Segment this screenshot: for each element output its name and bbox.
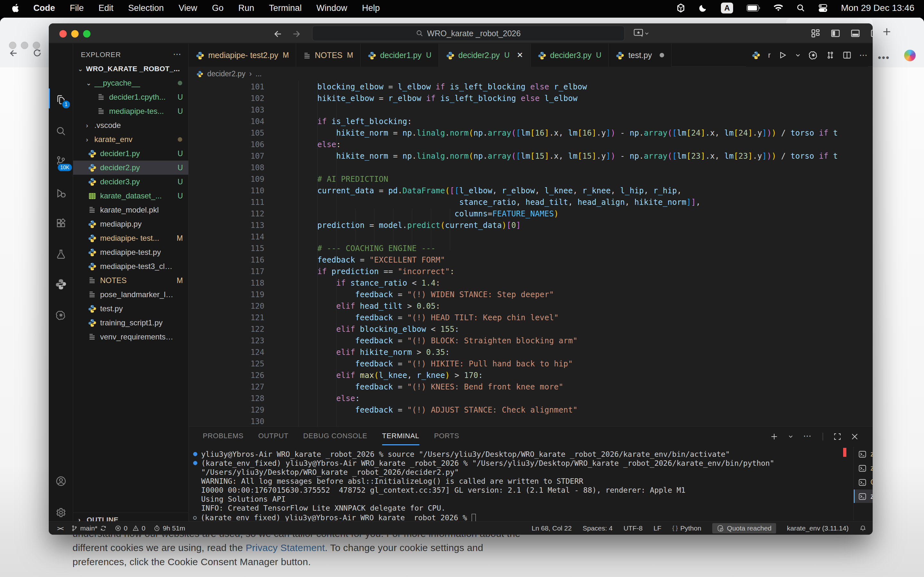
menu-file[interactable]: File: [70, 3, 84, 13]
app-gem-icon[interactable]: [677, 3, 685, 13]
file-decider1-py[interactable]: decider1.pyU: [73, 147, 189, 161]
menu-code[interactable]: Code: [33, 3, 55, 13]
menu-view[interactable]: View: [179, 3, 197, 13]
maximize-panel-icon[interactable]: [834, 431, 841, 441]
openai-logo-icon[interactable]: [809, 50, 818, 60]
git-branch-item[interactable]: main*: [71, 524, 107, 532]
toggle-secondary-sidebar-icon[interactable]: [871, 29, 873, 38]
explorer-view-icon[interactable]: 1: [49, 89, 73, 111]
tab-test.py[interactable]: test.py: [609, 44, 672, 67]
folder-karate-env[interactable]: ›karate_env: [73, 132, 189, 147]
code-editor[interactable]: 101 blocking_elbow = l_elbow if is_left_…: [189, 81, 838, 450]
breadcrumb-more[interactable]: ...: [256, 69, 262, 78]
panel-tab-debug-console[interactable]: DEBUG CONSOLE: [303, 427, 367, 445]
panel-more-icon[interactable]: ⋯: [803, 431, 812, 441]
menu-window[interactable]: Window: [317, 3, 347, 13]
copilot-quota-item[interactable]: Quota reached: [712, 523, 776, 533]
breadcrumb-file[interactable]: decider2.py: [207, 69, 246, 78]
toggle-panel-icon[interactable]: [851, 29, 860, 38]
tab-decider3.py[interactable]: decider3.pyU: [531, 44, 609, 67]
panel-tab-ports[interactable]: PORTS: [434, 427, 459, 445]
browser-new-tab-icon[interactable]: [882, 27, 892, 37]
menu-run[interactable]: Run: [238, 3, 254, 13]
go-forward-icon[interactable]: [291, 28, 301, 39]
browser-minimize-button[interactable]: [21, 42, 28, 49]
tab-decider2.py[interactable]: decider2.pyU✕: [439, 44, 531, 67]
panel-tab-problems[interactable]: PROBLEMS: [203, 427, 244, 445]
eol-sequence[interactable]: LF: [654, 524, 662, 532]
file-venv-requirements-[interactable]: venv_requirements_...: [73, 330, 189, 344]
menu-edit[interactable]: Edit: [99, 3, 113, 13]
keyboard-layout-A-icon[interactable]: A: [721, 3, 733, 13]
browser-back-icon[interactable]: [9, 48, 19, 58]
file-notes[interactable]: NOTESM: [73, 274, 189, 287]
terminal-list-item-gemini-[interactable]: Gemini ...: [854, 475, 873, 489]
privacy-statement-link[interactable]: Privacy Statement: [246, 542, 325, 553]
file-mediapipe-test3-cle-[interactable]: mediapipe-test3_cle...: [73, 259, 189, 274]
extensions-view-icon[interactable]: [49, 212, 73, 234]
python-interpreter[interactable]: karate_env (3.11.14): [787, 524, 849, 532]
file-decider1-cpyth-[interactable]: decider1.cpyth...U: [73, 90, 189, 104]
panel-tab-output[interactable]: OUTPUT: [258, 427, 288, 445]
file-pose-landmarker-lit-[interactable]: pose_landmarker_lit...: [73, 287, 189, 301]
run-debug-view-icon[interactable]: [49, 182, 73, 205]
run-python-file-icon[interactable]: [779, 51, 787, 60]
more-actions-icon[interactable]: ⋯: [859, 50, 868, 60]
browser-close-button[interactable]: [9, 42, 16, 49]
panel-tab-terminal[interactable]: TERMINAL: [382, 427, 419, 445]
folder--pycache-[interactable]: ⌄__pycache__: [73, 76, 189, 90]
explorer-more-icon[interactable]: ⋯: [173, 49, 181, 59]
maximize-button[interactable]: [83, 30, 90, 37]
menu-clock[interactable]: Mon 29 Dec 13:46: [841, 3, 914, 13]
do-not-disturb-moon-icon[interactable]: [698, 3, 708, 13]
apple-logo-icon[interactable]: [12, 4, 21, 13]
terminal-list-item-zsh[interactable]: zsh: [854, 490, 873, 503]
spotlight-search-icon[interactable]: [796, 4, 805, 12]
file-decider3-py[interactable]: decider3.pyU: [73, 175, 189, 189]
language-mode[interactable]: { }Python: [672, 524, 701, 532]
cursor-position[interactable]: Ln 68, Col 22: [531, 524, 572, 532]
indentation[interactable]: Spaces: 4: [583, 524, 612, 532]
file-mediapipe-test-[interactable]: mediapipe- test...M: [73, 231, 189, 245]
menu-terminal[interactable]: Terminal: [269, 3, 302, 13]
command-center-search[interactable]: WRO_karate _robot_2026: [312, 26, 625, 41]
tab-decider1.py[interactable]: decider1.pyU: [360, 44, 439, 67]
outline-section[interactable]: ›OUTLINE: [73, 513, 189, 521]
folder--vscode[interactable]: ›.vscode: [73, 118, 189, 132]
wifi-icon[interactable]: [774, 4, 783, 12]
browser-more-icon[interactable]: •••: [878, 52, 890, 63]
split-editor-icon[interactable]: [843, 51, 851, 60]
tab-mediapipe- test2.py[interactable]: mediapipe- test2.pyM: [189, 44, 296, 67]
file-karate-dataset-[interactable]: karate_dataset_...U: [73, 189, 189, 203]
python-view-icon[interactable]: [49, 273, 73, 295]
terminal-list-item-zsh[interactable]: zsh: [854, 447, 873, 461]
file-karate-model-pkl[interactable]: karate_model.pkl: [73, 203, 189, 217]
copilot-icon[interactable]: [904, 50, 916, 61]
close-button[interactable]: [59, 30, 67, 37]
file-test-py[interactable]: test.py: [73, 301, 189, 316]
close-panel-icon[interactable]: [851, 431, 859, 441]
new-terminal-icon[interactable]: [770, 431, 779, 441]
problems-item[interactable]: 0 0: [115, 524, 145, 532]
remote-indicator[interactable]: ><: [57, 524, 63, 532]
customize-layout-icon[interactable]: [811, 29, 821, 38]
source-control-view-icon[interactable]: 10K: [49, 149, 73, 172]
breadcrumb[interactable]: decider2.py › ...: [189, 67, 838, 81]
chatgpt-view-icon[interactable]: [49, 304, 73, 326]
menu-go[interactable]: Go: [212, 3, 224, 13]
file-training-script1-py[interactable]: training_script1.py: [73, 316, 189, 330]
terminal-list-item-zsh[interactable]: zsh: [854, 461, 873, 475]
timer-item[interactable]: 9h 51m: [153, 524, 185, 532]
browser-reload-icon[interactable]: [33, 48, 42, 57]
menu-help[interactable]: Help: [362, 3, 380, 13]
testing-view-icon[interactable]: [49, 243, 73, 266]
source-control-sync-icon[interactable]: [826, 51, 835, 60]
browser-zoom-button[interactable]: [33, 42, 40, 49]
encoding[interactable]: UTF-8: [624, 524, 643, 532]
tab-NOTES[interactable]: NOTESM: [296, 44, 360, 67]
explorer-root[interactable]: ⌄WRO_KARATE _ROBOT_...: [73, 62, 189, 76]
file-decider2-py[interactable]: decider2.pyU: [73, 161, 189, 175]
file-mediapipe-tes-[interactable]: mediapipe-tes...U: [73, 104, 189, 118]
notifications-bell-icon[interactable]: [859, 525, 866, 532]
menu-selection[interactable]: Selection: [128, 3, 164, 13]
